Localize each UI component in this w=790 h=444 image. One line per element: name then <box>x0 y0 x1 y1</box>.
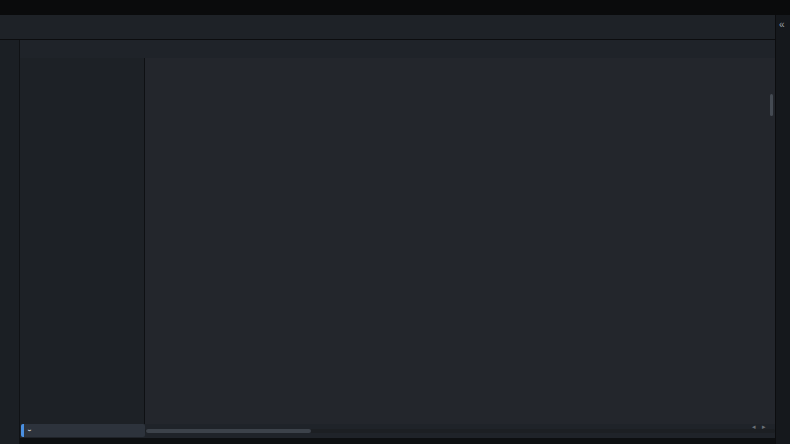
collapse-icon[interactable]: « <box>779 19 785 30</box>
task-list-panel <box>20 58 145 424</box>
vertical-scrollbar-thumb[interactable] <box>770 94 773 116</box>
system-topbar <box>0 0 790 15</box>
scroll-right-arrow[interactable]: ▸ <box>762 423 766 431</box>
app-window: « › ◂ ▸ <box>0 0 790 444</box>
chevron-down-icon[interactable]: › <box>26 429 33 431</box>
horizontal-scrollbar[interactable] <box>145 429 775 433</box>
collapsed-section-48-hours[interactable]: › <box>21 424 145 437</box>
app-header <box>0 15 775 40</box>
right-collapse-strip: « <box>775 15 790 444</box>
bottom-strip <box>20 438 775 444</box>
horizontal-scrollbar-thumb[interactable] <box>146 429 311 433</box>
left-icon-rail <box>0 40 20 444</box>
timeline-canvas <box>145 58 775 424</box>
scroll-left-arrow[interactable]: ◂ <box>752 423 756 431</box>
